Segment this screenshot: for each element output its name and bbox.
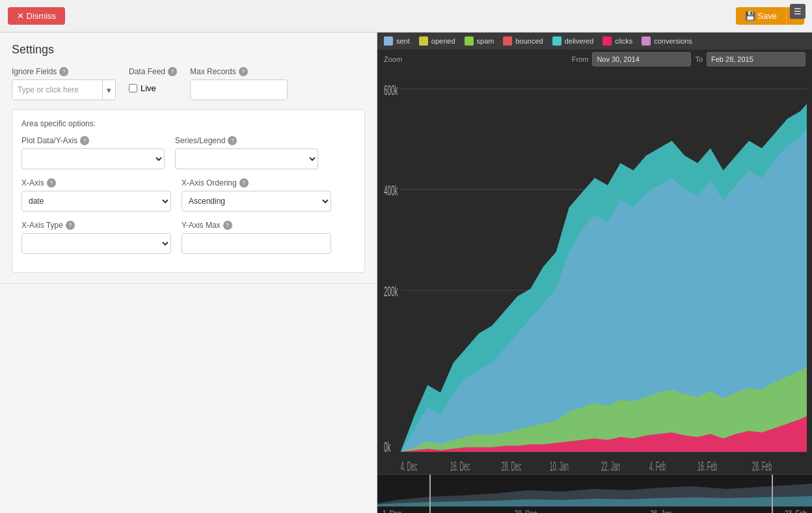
x-axis-ordering-select[interactable]: Ascending bbox=[182, 191, 331, 212]
series-legend-group: Series/Legend ? bbox=[175, 136, 318, 169]
live-checkbox[interactable] bbox=[129, 84, 137, 92]
toolbar: ✕ Dismiss 💾 Save ▾ bbox=[0, 0, 812, 33]
data-feed-help-icon[interactable]: ? bbox=[168, 67, 177, 76]
minimap-svg bbox=[377, 477, 812, 506]
x-axis-type-label: X-Axis Type ? bbox=[21, 221, 171, 230]
minimap-left-handle[interactable] bbox=[429, 475, 431, 513]
live-checkbox-group: Live bbox=[129, 79, 177, 93]
svg-text:4. Dec: 4. Dec bbox=[401, 459, 418, 473]
chart-legend: sent opened spam bounced delivered click… bbox=[377, 33, 812, 49]
from-date-input[interactable] bbox=[592, 52, 691, 66]
plot-data-help-icon[interactable]: ? bbox=[80, 136, 89, 145]
from-to-group: From To bbox=[572, 52, 805, 66]
y-axis-max-group: Y-Axis Max ? bbox=[182, 221, 331, 254]
legend-bounced-dot bbox=[503, 36, 512, 46]
plot-data-select[interactable] bbox=[21, 148, 165, 169]
chart-controls: Zoom From To bbox=[377, 49, 812, 69]
live-label: Live bbox=[141, 83, 156, 93]
ignore-fields-dropdown-icon[interactable]: ▾ bbox=[102, 80, 115, 100]
data-feed-group: Data Feed ? Live bbox=[129, 67, 177, 93]
svg-text:10. Jan: 10. Jan bbox=[550, 459, 569, 473]
minimap-label-3: 26. Jan bbox=[650, 510, 671, 513]
area-options-title: Area specific options: bbox=[21, 119, 355, 128]
minimap-label-2: 29. Dec bbox=[515, 510, 537, 513]
svg-text:16. Dec: 16. Dec bbox=[450, 459, 470, 473]
ignore-fields-group: Ignore Fields ? Type or click here ▾ bbox=[12, 67, 116, 100]
x-axis-type-select[interactable] bbox=[21, 233, 171, 254]
legend-delivered: delivered bbox=[552, 36, 594, 46]
max-records-help-icon[interactable]: ? bbox=[239, 67, 248, 76]
minimap-label-1: 1. Dec bbox=[383, 510, 401, 513]
legend-delivered-dot bbox=[552, 36, 562, 46]
legend-bounced: bounced bbox=[503, 36, 543, 46]
y-axis-max-help-icon[interactable]: ? bbox=[223, 221, 232, 230]
legend-clicks-dot bbox=[602, 36, 612, 46]
svg-text:28. Feb: 28. Feb bbox=[752, 459, 772, 473]
legend-spam-dot bbox=[465, 36, 474, 46]
svg-text:16. Feb: 16. Feb bbox=[697, 459, 717, 473]
minimap-right-handle[interactable] bbox=[772, 475, 773, 513]
svg-text:600k: 600k bbox=[384, 81, 398, 98]
svg-text:28. Dec: 28. Dec bbox=[502, 459, 522, 473]
max-records-label: Max Records ? bbox=[190, 67, 288, 76]
x-axis-select[interactable]: date bbox=[21, 191, 171, 212]
to-label: To bbox=[695, 55, 703, 63]
settings-area: Settings Ignore Fields ? Type or click h… bbox=[0, 33, 377, 284]
x-axis-ordering-group: X-Axis Ordering ? Ascending bbox=[182, 178, 331, 212]
options-row-3: X-Axis Type ? Y-Axis Max ? bbox=[21, 221, 355, 254]
data-feed-label: Data Feed ? bbox=[129, 67, 177, 76]
plot-data-label: Plot Data/Y-Axis ? bbox=[21, 136, 165, 145]
ignore-fields-input[interactable]: Type or click here ▾ bbox=[12, 79, 116, 100]
ignore-fields-placeholder: Type or click here bbox=[12, 85, 102, 94]
area-options: Area specific options: Plot Data/Y-Axis … bbox=[12, 109, 365, 273]
options-row-2: X-Axis ? date X-Axis Ordering ? bbox=[21, 178, 355, 212]
to-date-input[interactable] bbox=[707, 52, 805, 66]
main-layout: Settings Ignore Fields ? Type or click h… bbox=[0, 33, 812, 513]
x-axis-label: X-Axis ? bbox=[21, 178, 171, 187]
svg-text:22. Jan: 22. Jan bbox=[601, 459, 620, 473]
legend-opened-dot bbox=[419, 36, 428, 46]
legend-spam-label: spam bbox=[477, 37, 494, 45]
plot-data-group: Plot Data/Y-Axis ? bbox=[21, 136, 165, 169]
series-legend-help-icon[interactable]: ? bbox=[228, 136, 237, 145]
save-button[interactable]: 💾 Save bbox=[736, 7, 786, 25]
legend-conversions-dot bbox=[642, 36, 651, 46]
max-records-input[interactable]: 10000 bbox=[190, 79, 288, 100]
zoom-label: Zoom bbox=[384, 55, 402, 63]
x-axis-group: X-Axis ? date bbox=[21, 178, 171, 212]
legend-opened: opened bbox=[419, 36, 455, 46]
x-axis-help-icon[interactable]: ? bbox=[47, 178, 56, 187]
options-row-1: Plot Data/Y-Axis ? Series/Legend ? bbox=[21, 136, 355, 169]
x-axis-type-group: X-Axis Type ? bbox=[21, 221, 171, 254]
svg-text:0k: 0k bbox=[384, 438, 391, 455]
y-axis-max-input[interactable] bbox=[182, 233, 331, 254]
svg-text:200k: 200k bbox=[384, 283, 398, 299]
max-records-group: Max Records ? 10000 bbox=[190, 67, 288, 100]
legend-sent: sent bbox=[384, 36, 410, 46]
x-axis-type-help-icon[interactable]: ? bbox=[66, 221, 75, 230]
x-axis-ordering-help-icon[interactable]: ? bbox=[239, 178, 249, 187]
legend-sent-label: sent bbox=[396, 37, 410, 45]
legend-sent-dot bbox=[384, 36, 393, 46]
legend-delivered-label: delivered bbox=[565, 37, 594, 45]
settings-row-1: Ignore Fields ? Type or click here ▾ Dat… bbox=[12, 67, 365, 100]
minimap-labels: 1. Dec 29. Dec 26. Jan 23. Feb bbox=[377, 508, 812, 513]
legend-spam: spam bbox=[465, 36, 494, 46]
x-axis-ordering-label: X-Axis Ordering ? bbox=[182, 178, 331, 187]
legend-opened-label: opened bbox=[431, 37, 455, 45]
legend-clicks: clicks bbox=[602, 36, 632, 46]
ignore-fields-help-icon[interactable]: ? bbox=[59, 67, 68, 76]
chart-menu-button[interactable]: ☰ bbox=[790, 4, 805, 19]
series-legend-select[interactable] bbox=[175, 148, 318, 169]
chart-area: 600k 400k 200k 0k 4. Dec 16. bbox=[377, 69, 812, 474]
right-panel: sent opened spam bounced delivered click… bbox=[377, 33, 812, 513]
legend-conversions: conversions bbox=[642, 36, 692, 46]
series-legend-label: Series/Legend ? bbox=[175, 136, 318, 145]
dismiss-button[interactable]: ✕ Dismiss bbox=[8, 7, 65, 25]
y-axis-max-label: Y-Axis Max ? bbox=[182, 221, 331, 230]
legend-conversions-label: conversions bbox=[654, 37, 692, 45]
chart-minimap[interactable]: 1. Dec 29. Dec 26. Jan 23. Feb bbox=[377, 474, 812, 513]
ignore-fields-label: Ignore Fields ? bbox=[12, 67, 116, 76]
settings-title: Settings bbox=[12, 43, 365, 57]
chart-svg: 600k 400k 200k 0k 4. Dec 16. bbox=[383, 74, 807, 474]
